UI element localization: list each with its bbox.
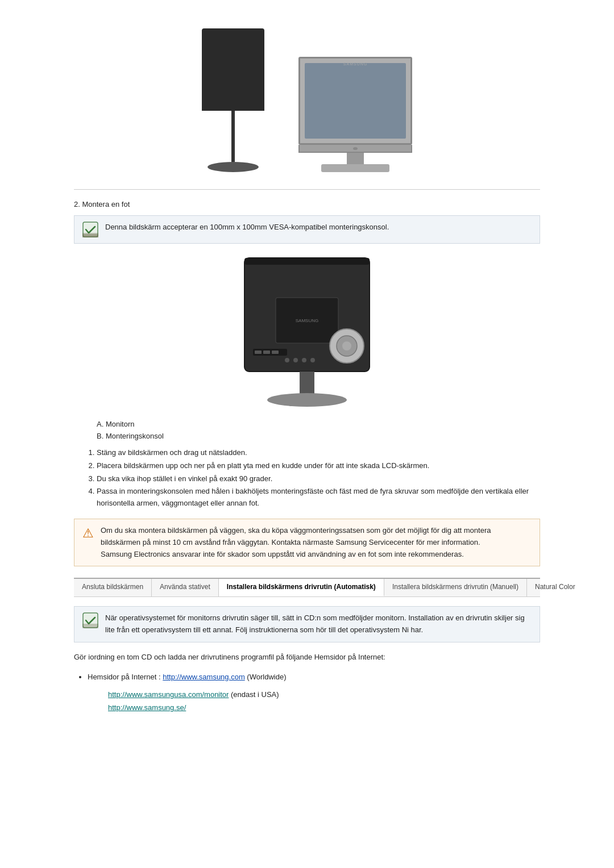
instruction-2: Placera bildskärmen upp och ner på en pl… bbox=[97, 460, 540, 472]
link1-suffix: (Worldwide) bbox=[245, 673, 287, 681]
warning-icon: ⚠ bbox=[82, 526, 94, 541]
link2-row: http://www.samsungusa.com/monitor (endas… bbox=[108, 688, 540, 701]
svg-rect-22 bbox=[300, 372, 314, 394]
tab-installera-manuell[interactable]: Installera bildskärmens drivrutin (Manue… bbox=[384, 579, 527, 596]
svg-rect-14 bbox=[272, 350, 279, 354]
indent-links: http://www.samsungusa.com/monitor (endas… bbox=[74, 688, 540, 715]
back-monitor-svg: SAMSUNG bbox=[236, 255, 378, 408]
wide-monitor-image: SAMSUNG bbox=[298, 57, 412, 172]
vesa-note-text: Denna bildskärm accepterar en 100mm x 10… bbox=[105, 222, 389, 233]
instruction-1: Stäng av bildskärmen och drag ut nätslad… bbox=[97, 447, 540, 459]
driver-desc: Gör iordning en tom CD och ladda ner dri… bbox=[74, 652, 540, 663]
svg-point-21 bbox=[310, 358, 315, 362]
instruction-3: Du ska vika ihop stället i en vinkel på … bbox=[97, 473, 540, 485]
instructions-list: Stäng av bildskärmen och drag ut nätslad… bbox=[91, 447, 540, 510]
warning-text: Om du ska montera bildskärmen på väggen,… bbox=[101, 525, 532, 560]
driver-section: När operativsystemet för monitorns drivr… bbox=[74, 597, 540, 724]
tab-ansluta[interactable]: Ansluta bildskärmen bbox=[74, 579, 152, 596]
monitor-brand-label: SAMSUNG bbox=[343, 62, 367, 66]
driver-note-text: När operativsystemet för monitorns drivr… bbox=[105, 612, 532, 636]
warning-box: ⚠ Om du ska montera bildskärmen på vägge… bbox=[74, 519, 540, 566]
tab-installera-auto[interactable]: Installera bildskärmens drivrutin (Autom… bbox=[219, 579, 384, 596]
bullet-label: Hemsidor på Internet : bbox=[88, 673, 161, 681]
tab-anvanda[interactable]: Använda stativet bbox=[152, 579, 219, 596]
thin-monitor-image bbox=[202, 28, 264, 172]
svg-text:SAMSUNG: SAMSUNG bbox=[296, 318, 318, 323]
svg-point-23 bbox=[267, 393, 347, 407]
link2-suffix: (endast i USA) bbox=[229, 690, 279, 699]
website-bullet-list: Hemsidor på Internet : http://www.samsun… bbox=[74, 670, 540, 683]
driver-note-box: När operativsystemet för monitorns drivr… bbox=[74, 606, 540, 642]
link-samsung-com[interactable]: http://www.samsung.com bbox=[163, 673, 245, 681]
svg-rect-4 bbox=[244, 258, 370, 265]
check-icon bbox=[82, 222, 98, 237]
section-divider bbox=[74, 189, 540, 190]
section2-heading: 2. Montera en fot bbox=[74, 200, 540, 208]
link3-row: http://www.samsung.se/ bbox=[108, 701, 540, 714]
link-samsung-se[interactable]: http://www.samsung.se/ bbox=[108, 703, 186, 712]
vesa-note-box: Denna bildskärm accepterar en 100mm x 10… bbox=[74, 215, 540, 244]
svg-rect-25 bbox=[82, 624, 98, 628]
svg-rect-12 bbox=[255, 350, 262, 354]
label-a: A. Monitorn bbox=[97, 420, 540, 428]
instruction-4: Passa in monteringskonsolen med hålen i … bbox=[97, 486, 540, 510]
svg-rect-2 bbox=[82, 234, 98, 237]
link-samsungusa[interactable]: http://www.samsungusa.com/monitor bbox=[108, 690, 229, 699]
svg-point-17 bbox=[342, 341, 351, 350]
svg-point-19 bbox=[293, 358, 298, 362]
back-monitor-container: SAMSUNG bbox=[74, 255, 540, 408]
label-b: B. Monteringskonsol bbox=[97, 432, 540, 440]
tab-natural-color[interactable]: Natural Color bbox=[527, 579, 583, 596]
nav-tabs: Ansluta bildskärmen Använda stativet Ins… bbox=[74, 578, 540, 597]
svg-rect-13 bbox=[263, 350, 270, 354]
labels-list: A. Monitorn B. Monteringskonsol bbox=[97, 420, 540, 440]
svg-point-18 bbox=[285, 358, 289, 362]
monitors-row: SAMSUNG bbox=[74, 17, 540, 172]
svg-point-20 bbox=[302, 358, 306, 362]
driver-check-icon bbox=[82, 612, 98, 628]
website-item: Hemsidor på Internet : http://www.samsun… bbox=[88, 670, 540, 683]
